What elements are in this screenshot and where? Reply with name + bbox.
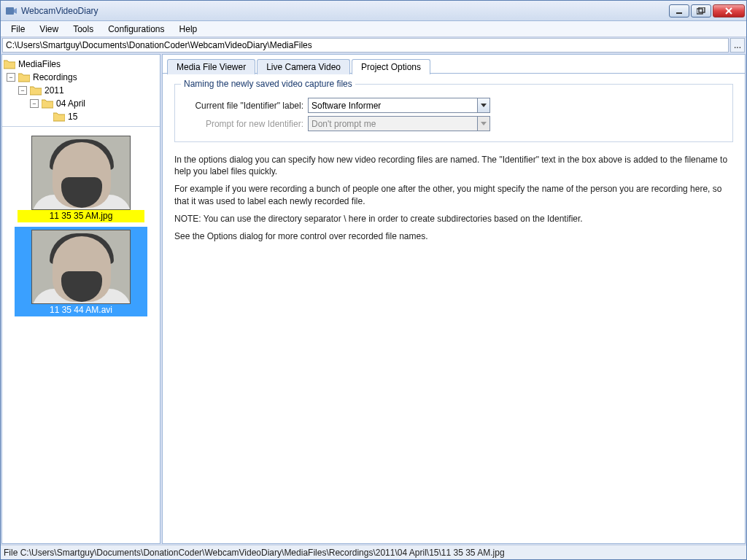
identifier-dropdown-button[interactable] bbox=[477, 98, 490, 113]
info-paragraph: NOTE: You can use the directory separato… bbox=[174, 213, 733, 225]
tab-project-options[interactable]: Project Options bbox=[352, 59, 430, 74]
thumbnail-item[interactable]: 11 35 35 AM.jpg bbox=[15, 133, 147, 222]
chevron-down-icon bbox=[481, 104, 487, 108]
tree-label: 04 April bbox=[56, 98, 85, 109]
thumbnail-caption: 11 35 35 AM.jpg bbox=[18, 210, 144, 222]
tab-media-file-viewer[interactable]: Media File Viewer bbox=[167, 59, 255, 74]
right-pane: Media File Viewer Live Camera Video Proj… bbox=[162, 54, 746, 544]
ellipsis-icon: ... bbox=[734, 40, 741, 50]
thumbnail-item[interactable]: 11 35 44 AM.avi bbox=[15, 227, 147, 316]
chevron-down-icon bbox=[481, 122, 487, 126]
thumbnail-caption: 11 35 44 AM.avi bbox=[18, 304, 144, 316]
minimize-button[interactable] bbox=[669, 4, 689, 18]
menu-view[interactable]: View bbox=[32, 23, 66, 36]
menu-configurations[interactable]: Configurations bbox=[101, 23, 171, 36]
tree-label: 15 bbox=[68, 112, 77, 122]
label-prompt: Prompt for new Identifier: bbox=[184, 119, 308, 129]
svg-marker-1 bbox=[14, 8, 17, 14]
svg-rect-0 bbox=[6, 7, 14, 15]
svg-marker-7 bbox=[481, 104, 487, 107]
tree-node-04-april[interactable]: − 04 April bbox=[4, 97, 158, 110]
collapse-icon[interactable]: − bbox=[18, 86, 27, 95]
folder-icon bbox=[18, 72, 30, 82]
left-pane: MediaFiles − Recordings − 2011 − 04 Apri… bbox=[1, 54, 160, 544]
collapse-icon[interactable]: − bbox=[7, 73, 15, 82]
menu-help[interactable]: Help bbox=[172, 23, 205, 36]
tree-label: Recordings bbox=[33, 72, 77, 82]
folder-icon bbox=[4, 59, 15, 69]
row-prompt: Prompt for new Identifier: bbox=[184, 116, 724, 131]
info-paragraph: See the Options dialog for more control … bbox=[174, 230, 733, 242]
status-bar: File C:\Users\Smartguy\Documents\Donatio… bbox=[1, 545, 746, 559]
identifier-input[interactable] bbox=[308, 98, 477, 113]
prompt-input bbox=[308, 116, 477, 131]
titlebar: WebcamVideoDiary bbox=[1, 1, 746, 21]
thumbnail-image bbox=[31, 230, 131, 304]
folder-icon bbox=[42, 98, 53, 109]
menu-tools[interactable]: Tools bbox=[66, 23, 101, 36]
folder-icon bbox=[30, 85, 42, 96]
groupbox-naming: Naming the newly saved video capture fil… bbox=[174, 84, 733, 142]
body-area: MediaFiles − Recordings − 2011 − 04 Apri… bbox=[1, 53, 746, 545]
combo-identifier bbox=[308, 98, 490, 113]
tab-content-project-options: Naming the newly saved video capture fil… bbox=[163, 74, 745, 543]
info-text: In the options dialog you can specify ho… bbox=[174, 154, 733, 242]
tree-node-2011[interactable]: − 2011 bbox=[4, 84, 158, 97]
path-input[interactable] bbox=[2, 38, 729, 52]
prompt-dropdown-button bbox=[477, 116, 490, 131]
folder-icon bbox=[53, 112, 65, 122]
folder-tree: MediaFiles − Recordings − 2011 − 04 Apri… bbox=[2, 55, 160, 127]
window-buttons bbox=[669, 4, 745, 18]
thumbnail-list: 11 35 35 AM.jpg 11 35 44 AM.avi bbox=[2, 127, 160, 543]
info-paragraph: In the options dialog you can specify ho… bbox=[174, 154, 733, 177]
maximize-button[interactable] bbox=[691, 4, 711, 18]
path-browse-button[interactable]: ... bbox=[730, 38, 745, 52]
tree-node-recordings[interactable]: − Recordings bbox=[4, 71, 158, 84]
info-paragraph: For example if you were recording a bunc… bbox=[174, 183, 733, 206]
tree-node-root[interactable]: MediaFiles bbox=[4, 58, 158, 71]
combo-prompt bbox=[308, 116, 490, 131]
svg-rect-3 bbox=[697, 9, 703, 14]
tree-label: 2011 bbox=[44, 85, 64, 96]
groupbox-title: Naming the newly saved video capture fil… bbox=[181, 79, 355, 89]
svg-marker-8 bbox=[481, 122, 487, 125]
menubar: File View Tools Configurations Help bbox=[1, 21, 746, 37]
menu-file[interactable]: File bbox=[4, 23, 32, 36]
app-icon bbox=[5, 5, 17, 17]
status-text: File C:\Users\Smartguy\Documents\Donatio… bbox=[4, 548, 505, 558]
window-title: WebcamVideoDiary bbox=[21, 6, 669, 16]
tab-bar: Media File Viewer Live Camera Video Proj… bbox=[163, 55, 745, 74]
tree-node-15[interactable]: 15 bbox=[4, 110, 158, 123]
tab-live-camera-video[interactable]: Live Camera Video bbox=[257, 59, 350, 74]
collapse-icon[interactable]: − bbox=[30, 99, 39, 108]
path-bar: ... bbox=[1, 37, 746, 53]
thumbnail-image bbox=[31, 136, 131, 210]
close-button[interactable] bbox=[713, 4, 745, 18]
row-identifier: Current file "Identifier" label: bbox=[184, 98, 724, 113]
app-window: WebcamVideoDiary File View Tools Configu… bbox=[0, 0, 747, 560]
svg-rect-2 bbox=[676, 12, 682, 14]
svg-rect-4 bbox=[699, 7, 705, 12]
tree-label: MediaFiles bbox=[18, 59, 61, 69]
label-identifier: Current file "Identifier" label: bbox=[184, 101, 308, 111]
